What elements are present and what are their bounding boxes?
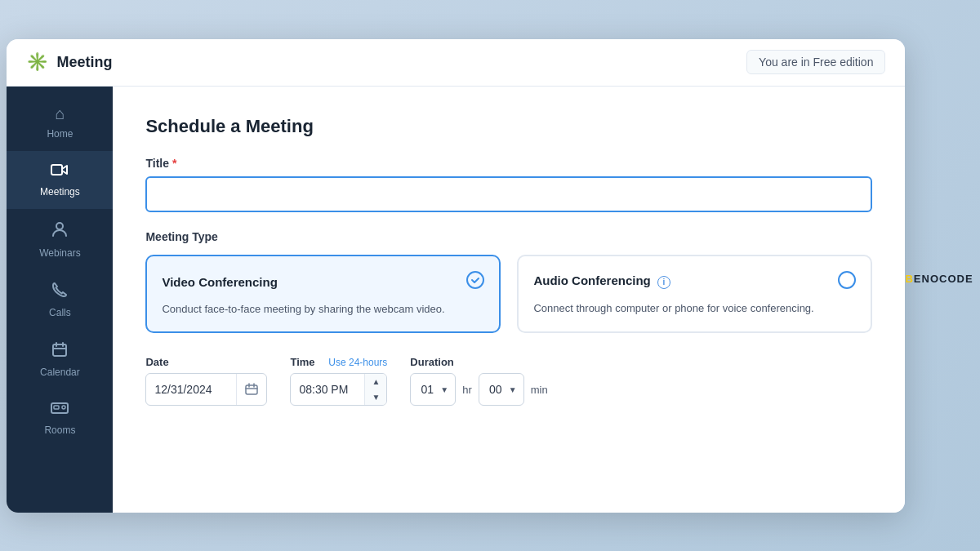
type-video-desc: Conduct face-to-face meeting by sharing … [162, 301, 484, 318]
brand-rest: ENOCODE [914, 273, 973, 285]
sidebar-label-calendar: Calendar [40, 367, 80, 378]
date-label: Date [145, 356, 267, 368]
required-star: * [172, 157, 176, 170]
time-input[interactable] [291, 383, 364, 396]
sidebar-item-meetings[interactable]: Meetings [7, 151, 113, 209]
type-card-audio[interactable]: Audio Conferencing i Connect through com… [517, 255, 872, 334]
type-card-audio-header: Audio Conferencing i [533, 271, 856, 292]
duration-hr-unit: hr [462, 384, 472, 396]
sidebar-label-calls: Calls [49, 307, 71, 318]
time-spinners: ▲ ▼ [364, 374, 386, 405]
svg-point-1 [56, 223, 63, 229]
duration-label: Duration [410, 356, 547, 368]
svg-rect-4 [54, 406, 59, 409]
header-left: ✳️ Meeting [26, 51, 112, 73]
date-input-wrap [145, 373, 267, 406]
time-up-button[interactable]: ▲ [365, 374, 386, 389]
app-header: ✳️ Meeting You are in Free edition [7, 39, 905, 87]
date-input[interactable] [146, 383, 236, 396]
duration-group: Duration 01 ▼ hr 00 ▼ min [410, 356, 547, 406]
bottom-brand: BENOCODE [905, 264, 973, 287]
sidebar-item-home[interactable]: ⌂ Home [7, 93, 113, 151]
svg-point-5 [62, 406, 65, 409]
audio-info-icon[interactable]: i [657, 276, 670, 289]
use-24h-link[interactable]: Use 24-hours [328, 357, 387, 368]
sidebar-item-calls[interactable]: Calls [7, 270, 113, 330]
title-label: Title * [145, 157, 872, 170]
sidebar-label-rooms: Rooms [44, 424, 75, 436]
duration-row: 01 ▼ hr 00 ▼ min [410, 373, 547, 406]
brand-b: B [905, 273, 913, 285]
duration-min-value: 00 [486, 383, 506, 396]
type-audio-desc: Connect through computer or phone for vo… [533, 300, 856, 317]
title-input[interactable] [145, 176, 872, 212]
duration-min-select[interactable]: 00 ▼ [479, 373, 524, 406]
type-audio-title: Audio Conferencing i [533, 273, 670, 289]
time-group: Time Use 24-hours ▲ ▼ [290, 356, 387, 406]
duration-min-arrow[interactable]: ▼ [509, 385, 517, 394]
datetime-row: Date Time Us [145, 356, 872, 406]
date-group: Date [145, 356, 267, 406]
meeting-type-label: Meeting Type [145, 230, 872, 243]
time-input-wrap: ▲ ▼ [290, 373, 387, 406]
time-label: Time [290, 356, 314, 368]
rooms-icon [51, 401, 69, 420]
sidebar-label-webinars: Webinars [39, 247, 80, 259]
svg-rect-0 [51, 165, 62, 175]
type-card-video[interactable]: Video Conferencing Conduct face-to-face … [145, 255, 501, 334]
type-card-video-header: Video Conferencing [162, 271, 484, 293]
sidebar-item-calendar[interactable]: Calendar [7, 330, 113, 389]
video-selected-icon [466, 271, 484, 293]
audio-radio-icon [838, 271, 856, 292]
calendar-picker-icon[interactable] [236, 374, 266, 405]
svg-point-6 [467, 272, 483, 288]
time-top-row: Time Use 24-hours [290, 356, 387, 368]
duration-hr-arrow[interactable]: ▼ [440, 385, 448, 394]
home-icon: ⌂ [55, 104, 65, 123]
sidebar-label-home: Home [47, 128, 73, 140]
type-video-title: Video Conferencing [162, 275, 277, 289]
sidebar-label-meetings: Meetings [40, 186, 80, 198]
duration-min-unit: min [531, 384, 548, 396]
app-body: ⌂ Home Meetings [7, 87, 905, 513]
calendar-icon [51, 341, 68, 362]
sidebar-item-rooms[interactable]: Rooms [7, 389, 113, 447]
svg-rect-2 [53, 344, 66, 356]
app-title: Meeting [56, 54, 112, 71]
sidebar-item-webinars[interactable]: Webinars [7, 209, 113, 270]
logo-icon: ✳️ [26, 51, 48, 73]
webinars-icon [51, 220, 68, 242]
edition-badge: You are in Free edition [746, 50, 885, 74]
svg-rect-8 [246, 385, 257, 394]
duration-hr-select[interactable]: 01 ▼ [410, 373, 456, 406]
video-icon [51, 162, 69, 181]
page-title: Schedule a Meeting [145, 116, 872, 137]
main-content: Schedule a Meeting Title * Meeting Type … [113, 87, 905, 513]
calls-icon [51, 282, 68, 302]
duration-hr-value: 01 [417, 383, 437, 396]
time-down-button[interactable]: ▼ [365, 389, 386, 405]
svg-point-7 [839, 272, 855, 288]
meeting-type-row: Video Conferencing Conduct face-to-face … [145, 255, 872, 334]
sidebar: ⌂ Home Meetings [7, 87, 113, 513]
